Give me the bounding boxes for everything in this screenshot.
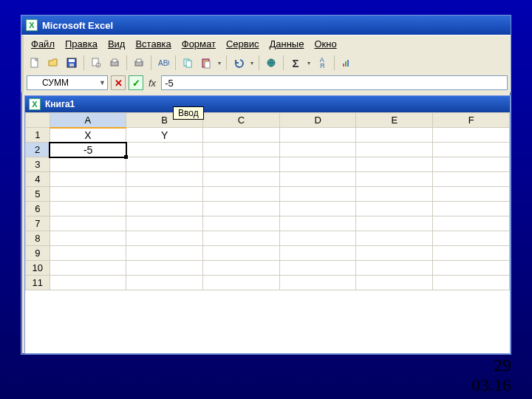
menu-edit[interactable]: Правка xyxy=(65,38,98,50)
row-header-2[interactable]: 2 xyxy=(26,143,50,157)
cell-A1[interactable]: X xyxy=(50,128,126,143)
grid[interactable]: ABCDEF1XY2-534567891011 xyxy=(25,112,510,353)
row-header-1[interactable]: 1 xyxy=(26,128,50,143)
cell-B4[interactable] xyxy=(126,172,203,187)
cell-B5[interactable] xyxy=(126,187,203,202)
spelling-icon[interactable]: ABC xyxy=(155,55,171,71)
copy-icon[interactable] xyxy=(180,55,196,71)
cell-E6[interactable] xyxy=(356,202,433,216)
cell-B9[interactable] xyxy=(126,246,203,261)
cell-A4[interactable] xyxy=(50,172,126,187)
cell-E1[interactable] xyxy=(356,128,433,143)
col-header-D[interactable]: D xyxy=(279,113,356,128)
paste-icon[interactable] xyxy=(198,55,214,71)
cell-D10[interactable] xyxy=(279,261,356,276)
cell-B6[interactable] xyxy=(126,202,203,216)
row-header-10[interactable]: 10 xyxy=(26,261,50,276)
cell-A11[interactable] xyxy=(50,276,126,290)
cell-D1[interactable] xyxy=(279,128,356,143)
row-header-9[interactable]: 9 xyxy=(26,246,50,261)
cell-E2[interactable] xyxy=(356,143,433,157)
col-header-E[interactable]: E xyxy=(356,113,433,128)
cell-F2[interactable] xyxy=(433,143,510,157)
cell-B1[interactable]: Y xyxy=(126,128,203,143)
col-header-F[interactable]: F xyxy=(433,113,510,128)
cell-A5[interactable] xyxy=(50,187,126,202)
cell-C4[interactable] xyxy=(203,172,280,187)
print-icon[interactable] xyxy=(106,55,123,71)
cell-D7[interactable] xyxy=(279,216,356,231)
cell-E7[interactable] xyxy=(356,216,433,231)
cell-D9[interactable] xyxy=(279,246,356,261)
cell-B2[interactable] xyxy=(126,143,203,157)
cell-E5[interactable] xyxy=(356,187,433,202)
col-header-C[interactable]: C xyxy=(203,113,280,128)
cancel-icon[interactable]: ✕ xyxy=(111,75,126,90)
hyperlink-icon[interactable] xyxy=(263,55,279,71)
sort-icon[interactable]: АЯ xyxy=(314,55,330,71)
cell-A6[interactable] xyxy=(50,202,126,216)
new-file-icon[interactable] xyxy=(27,55,43,71)
cell-E10[interactable] xyxy=(356,261,433,276)
print2-icon[interactable] xyxy=(131,55,147,71)
cell-A9[interactable] xyxy=(50,246,126,261)
cell-A8[interactable] xyxy=(50,231,126,246)
cell-C8[interactable] xyxy=(203,231,280,246)
cell-B3[interactable] xyxy=(126,157,203,172)
fx-icon[interactable]: fx xyxy=(146,78,158,89)
cell-F5[interactable] xyxy=(433,187,510,202)
row-header-11[interactable]: 11 xyxy=(26,276,50,290)
select-all-corner[interactable] xyxy=(26,113,50,128)
cell-A7[interactable] xyxy=(50,216,126,231)
autosum-dropdown-icon[interactable]: ▾ xyxy=(306,60,312,66)
menu-insert[interactable]: Вставка xyxy=(135,38,171,50)
cell-D6[interactable] xyxy=(279,202,356,216)
chart-icon[interactable] xyxy=(338,55,355,71)
row-header-4[interactable]: 4 xyxy=(26,172,50,187)
cell-C1[interactable] xyxy=(203,128,280,143)
name-box-dropdown-icon[interactable]: ▼ xyxy=(99,79,106,86)
cell-A3[interactable] xyxy=(50,157,126,172)
row-header-6[interactable]: 6 xyxy=(26,202,50,216)
cell-F3[interactable] xyxy=(433,157,510,172)
menu-file[interactable]: Файл xyxy=(31,38,55,50)
undo-icon[interactable] xyxy=(231,55,247,71)
cell-D2[interactable] xyxy=(279,143,356,157)
cell-F9[interactable] xyxy=(433,246,510,261)
menu-data[interactable]: Данные xyxy=(269,38,304,50)
cell-F6[interactable] xyxy=(433,202,510,216)
cell-F10[interactable] xyxy=(433,261,510,276)
cell-C9[interactable] xyxy=(203,246,280,261)
open-file-icon[interactable] xyxy=(45,55,61,71)
cell-C6[interactable] xyxy=(203,202,280,216)
menu-window[interactable]: Окно xyxy=(314,38,336,50)
row-header-8[interactable]: 8 xyxy=(26,231,50,246)
row-header-3[interactable]: 3 xyxy=(26,157,50,172)
cell-B7[interactable] xyxy=(126,216,203,231)
row-header-7[interactable]: 7 xyxy=(26,216,50,231)
print-preview-icon[interactable] xyxy=(88,55,104,71)
cell-D5[interactable] xyxy=(279,187,356,202)
col-header-A[interactable]: A xyxy=(50,113,126,128)
menu-service[interactable]: Сервис xyxy=(226,38,259,50)
formula-input[interactable]: -5 xyxy=(161,75,508,90)
cell-B10[interactable] xyxy=(126,261,203,276)
cell-E4[interactable] xyxy=(356,172,433,187)
cell-B8[interactable] xyxy=(126,231,203,246)
save-icon[interactable] xyxy=(64,55,80,71)
cell-D11[interactable] xyxy=(279,276,356,290)
cell-F1[interactable] xyxy=(433,128,510,143)
cell-E9[interactable] xyxy=(356,246,433,261)
cell-C5[interactable] xyxy=(203,187,280,202)
paste-dropdown-icon[interactable]: ▾ xyxy=(216,60,222,66)
cell-C11[interactable] xyxy=(203,276,280,290)
cell-E3[interactable] xyxy=(356,157,433,172)
cell-A10[interactable] xyxy=(50,261,126,276)
cell-F4[interactable] xyxy=(433,172,510,187)
cell-C10[interactable] xyxy=(203,261,280,276)
cell-B11[interactable] xyxy=(126,276,203,290)
cell-F8[interactable] xyxy=(433,231,510,246)
cell-D8[interactable] xyxy=(279,231,356,246)
cell-F7[interactable] xyxy=(433,216,510,231)
menu-format[interactable]: Формат xyxy=(182,38,216,50)
